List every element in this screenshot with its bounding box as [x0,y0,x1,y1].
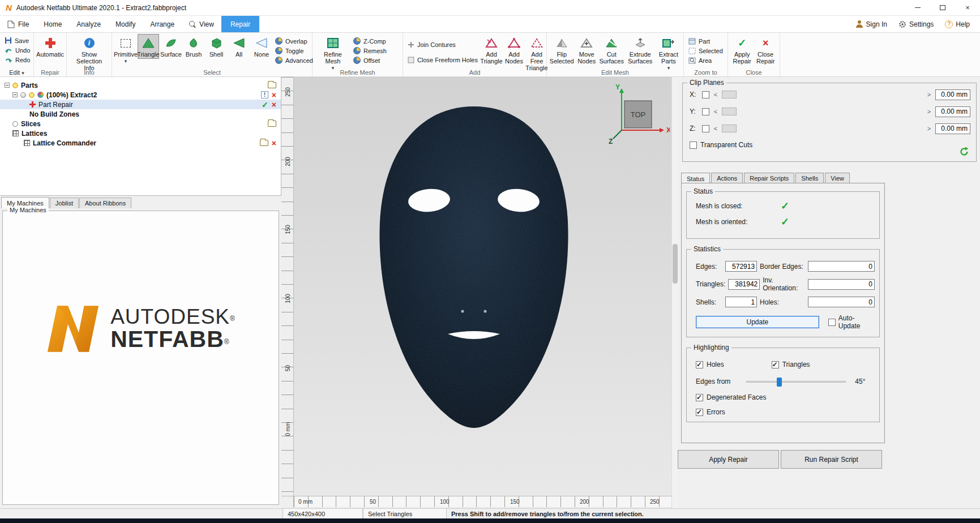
edges-field[interactable] [725,261,757,272]
delete-icon[interactable]: × [272,91,276,99]
show-selection-info-button[interactable]: i Show Selection Info [70,34,109,72]
shells-field[interactable] [725,297,757,307]
viewport-3d[interactable]: 250 200 150 100 50 0 mm 0 mm 50 100 150 … [281,77,671,508]
extract-parts-button[interactable]: Extract Parts ▾ [657,34,681,72]
chevron-right-icon[interactable]: > [926,108,932,115]
tree-item-extract2[interactable]: (100%) Extract2 ! × [0,90,281,100]
refresh-icon[interactable] [959,147,969,157]
z-comp-button[interactable]: Z-Comp [351,36,389,46]
zoom-selected-button[interactable]: Selected [686,46,725,55]
cut-surfaces-button[interactable]: Cut Surfaces [600,34,624,66]
menu-file[interactable]: File [0,16,36,32]
auto-update-option[interactable]: Auto-Update [828,314,875,330]
close-freeform-holes-button[interactable]: Close Freeform Holes [405,55,480,65]
menu-view[interactable]: View [182,16,221,32]
run-repair-script-button[interactable]: Run Repair Script [781,450,882,469]
clip-y-value-input[interactable] [935,106,970,117]
scrollbar-thumb[interactable] [673,244,678,284]
delete-icon[interactable]: × [272,101,276,109]
move-nodes-button[interactable]: Move Nodes [575,34,598,66]
palette-icon[interactable] [37,92,44,98]
chevron-left-icon[interactable]: < [713,91,718,98]
collapse-icon[interactable] [12,92,18,97]
undo-button[interactable]: Undo [2,45,32,55]
bulb-icon[interactable] [29,92,35,98]
warning-badge[interactable]: ! [261,91,268,98]
join-contures-button[interactable]: Join Contures [405,40,480,49]
zoom-part-button[interactable]: Part [686,36,725,46]
clip-x-checkbox[interactable] [702,91,709,98]
select-all-button[interactable]: All [228,34,250,59]
help-button[interactable]: ?Help [940,20,974,28]
clip-z-slider[interactable] [722,125,923,132]
clip-y-checkbox[interactable] [702,108,709,115]
degenerated-faces-checkbox[interactable] [696,394,703,401]
tree-item-no-build-zones[interactable]: No Build Zones [0,109,281,119]
add-triangle-button[interactable]: Add Triangle [481,34,502,66]
triangles-field[interactable] [728,279,760,290]
menu-analyze[interactable]: Analyze [69,16,108,32]
select-overlap-button[interactable]: Overlap [273,36,315,46]
apply-check-icon[interactable]: ✓ [262,101,268,109]
tree-item-lattice-commander[interactable]: Lattice Commander × [0,138,281,148]
folder-icon[interactable] [268,121,276,127]
tree-item-parts[interactable]: Parts [0,80,281,90]
tree-item-lattices[interactable]: Lattices [0,128,281,138]
edit-menu-button[interactable]: Edit ▾ [0,69,33,76]
chevron-left-icon[interactable]: < [713,125,718,132]
right-panel-scrollbar[interactable] [671,77,678,508]
flip-selected-button[interactable]: Flip Selected [550,34,574,66]
select-shell-button[interactable]: Shell [206,34,227,59]
select-advanced-button[interactable]: Advanced [273,55,315,65]
sign-in-button[interactable]: Sign In [851,20,892,28]
select-surface-button[interactable]: Surface [160,34,182,59]
tab-shells[interactable]: Shells [795,173,824,184]
orientation-cube[interactable]: TOP Y X Z [607,84,670,146]
holes-field[interactable] [808,297,875,307]
tab-repair-scripts[interactable]: Repair Scripts [744,173,794,184]
tree-item-slices[interactable]: Slices [0,119,281,128]
inv-orientation-field[interactable] [808,279,875,290]
errors-checkbox[interactable] [696,409,703,416]
tab-about-ribbons[interactable]: About Ribbons [79,198,131,208]
slider-thumb[interactable] [777,378,782,387]
clip-z-checkbox[interactable] [702,125,709,132]
tab-actions[interactable]: Actions [711,173,743,184]
holes-checkbox[interactable] [696,361,703,368]
border-edges-field[interactable] [808,261,875,272]
clip-y-slider[interactable] [722,108,923,115]
extrude-surfaces-button[interactable]: Extrude Surfaces [624,34,655,66]
mask-model[interactable] [365,103,583,431]
update-button[interactable]: Update [696,316,819,328]
save-button[interactable]: Save [2,36,32,45]
zoom-area-button[interactable]: Area [686,55,725,65]
clip-x-value-input[interactable] [935,89,970,100]
triangles-checkbox[interactable] [772,361,779,368]
tree-item-part-repair[interactable]: Part Repair ✓ × [0,100,281,109]
transparent-cuts-checkbox[interactable] [690,142,697,149]
menu-modify[interactable]: Modify [108,16,143,32]
minimize-button[interactable] [905,0,930,15]
apply-repair-footer-button[interactable]: Apply Repair [678,450,779,469]
select-brush-button[interactable]: Brush [183,34,204,59]
close-button[interactable]: × [955,0,980,15]
settings-button[interactable]: Settings [894,20,938,28]
remesh-button[interactable]: Remesh [351,46,389,55]
slider-thumb[interactable] [722,125,737,132]
add-nodes-button[interactable]: Add Nodes [503,34,525,66]
delete-icon[interactable]: × [272,139,276,147]
slider-thumb[interactable] [722,91,737,98]
tab-joblist[interactable]: Joblist [50,198,79,208]
menu-home[interactable]: Home [36,16,69,32]
menu-arrange[interactable]: Arrange [143,16,182,32]
auto-update-checkbox[interactable] [828,319,836,326]
clip-x-slider[interactable] [722,91,923,98]
automatic-repair-button[interactable]: Automatic [37,34,63,59]
folder-icon[interactable] [260,140,268,146]
redo-button[interactable]: Redo [2,55,32,65]
close-repair-button[interactable]: × Close Repair [754,34,777,66]
apply-repair-button[interactable]: ✓ Apply Repair [731,34,753,66]
refine-mesh-button[interactable]: Refine Mesh ▾ [315,34,350,72]
tab-repair[interactable]: Repair [221,16,259,32]
tab-view[interactable]: View [825,173,850,184]
